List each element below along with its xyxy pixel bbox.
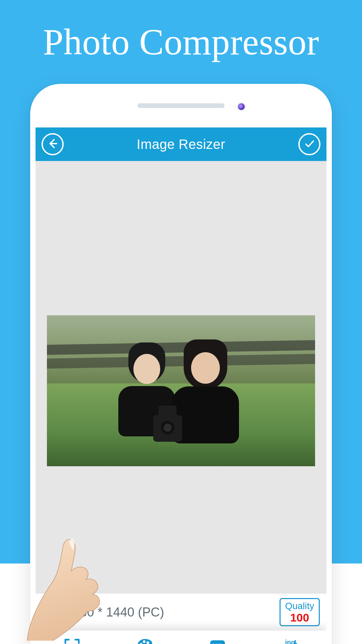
promo-title: Photo Compressor [0, 0, 362, 60]
bottom-tab-bar: si BG Color [36, 631, 326, 644]
tab-format[interactable]: jpg png Format [254, 631, 326, 644]
app-header: Image Resizer [36, 127, 326, 161]
dimension-text[interactable]: 2560 * 1440 (PC) [66, 605, 164, 620]
format-icon: jpg png [281, 637, 300, 644]
phone-top-bezel [30, 84, 332, 127]
app-screen: Image Resizer [36, 127, 326, 644]
quality-value: 100 [285, 611, 315, 624]
preview-photo [47, 315, 315, 466]
quality-label: Quality [285, 601, 315, 611]
dimension-icon [62, 637, 82, 644]
quality-indicator[interactable]: Quality 100 [280, 598, 320, 626]
palette-icon [135, 637, 155, 644]
tab-quality[interactable]: HQ Quality [181, 631, 254, 644]
image-preview-area[interactable] [36, 161, 326, 594]
svg-point-2 [146, 641, 149, 644]
check-icon [303, 138, 315, 151]
back-button[interactable] [42, 133, 64, 155]
arrow-left-icon [47, 138, 59, 151]
camera-prop-icon [153, 415, 182, 442]
svg-text:HQ: HQ [213, 642, 223, 644]
expand-icon[interactable] [42, 604, 59, 621]
app-title: Image Resizer [137, 137, 225, 152]
phone-mockup: Image Resizer [30, 84, 332, 644]
tab-dimension[interactable]: si [36, 631, 108, 644]
tab-bg-color[interactable]: BG Color [108, 631, 181, 644]
confirm-button[interactable] [298, 133, 320, 155]
hq-icon: HQ [208, 637, 227, 644]
svg-point-1 [143, 640, 145, 643]
phone-front-camera [238, 103, 245, 110]
phone-speaker [137, 103, 225, 108]
promo-stage: Photo Compressor Image Resizer [0, 0, 362, 644]
dimension-quality-bar: 2560 * 1440 (PC) Quality 100 [36, 594, 326, 631]
